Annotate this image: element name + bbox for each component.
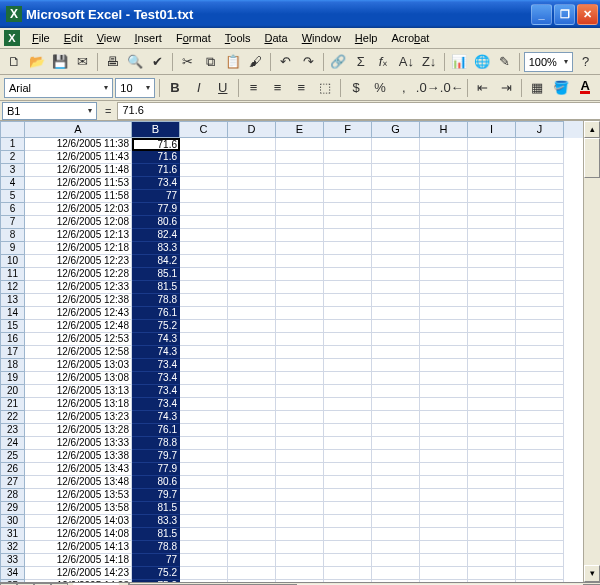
- cell[interactable]: [324, 567, 372, 580]
- cell[interactable]: [276, 151, 324, 164]
- cell[interactable]: [516, 320, 564, 333]
- cell[interactable]: [324, 307, 372, 320]
- cell[interactable]: 80.6: [132, 216, 180, 229]
- cell[interactable]: [324, 242, 372, 255]
- cell[interactable]: [276, 164, 324, 177]
- row-header[interactable]: 17: [0, 346, 25, 359]
- scroll-down-button[interactable]: ▾: [584, 565, 600, 582]
- cell[interactable]: [372, 437, 420, 450]
- cell[interactable]: 12/6/2005 13:28: [25, 424, 132, 437]
- cell[interactable]: [180, 450, 228, 463]
- cell[interactable]: [276, 554, 324, 567]
- cell[interactable]: [228, 476, 276, 489]
- cell[interactable]: 12/6/2005 13:48: [25, 476, 132, 489]
- copy-button[interactable]: ⧉: [200, 51, 221, 73]
- scroll-thumb[interactable]: [584, 138, 600, 178]
- cell[interactable]: 75.2: [132, 567, 180, 580]
- menu-help[interactable]: Help: [349, 30, 384, 46]
- cell[interactable]: [324, 554, 372, 567]
- cell[interactable]: [468, 476, 516, 489]
- cell[interactable]: [372, 190, 420, 203]
- cell[interactable]: 73.4: [132, 385, 180, 398]
- row-header[interactable]: 4: [0, 177, 25, 190]
- row-header[interactable]: 6: [0, 203, 25, 216]
- vertical-scrollbar[interactable]: ▴ ▾: [583, 121, 600, 582]
- cell[interactable]: [276, 177, 324, 190]
- cell[interactable]: [180, 216, 228, 229]
- cell[interactable]: [468, 424, 516, 437]
- cell[interactable]: [516, 242, 564, 255]
- cell[interactable]: [420, 190, 468, 203]
- cell[interactable]: [228, 450, 276, 463]
- workbook-icon[interactable]: X: [4, 30, 20, 46]
- cell[interactable]: 12/6/2005 12:13: [25, 229, 132, 242]
- cell[interactable]: [372, 294, 420, 307]
- cell[interactable]: [276, 333, 324, 346]
- bold-button[interactable]: B: [164, 77, 186, 99]
- cell[interactable]: [228, 294, 276, 307]
- cell[interactable]: [372, 281, 420, 294]
- cell[interactable]: [324, 216, 372, 229]
- cell[interactable]: [324, 320, 372, 333]
- cell[interactable]: [276, 190, 324, 203]
- row-header[interactable]: 3: [0, 164, 25, 177]
- cell[interactable]: [276, 398, 324, 411]
- row-header[interactable]: 9: [0, 242, 25, 255]
- cell[interactable]: [228, 398, 276, 411]
- cell[interactable]: [420, 385, 468, 398]
- cell[interactable]: [324, 177, 372, 190]
- cell[interactable]: [468, 190, 516, 203]
- cell[interactable]: [180, 333, 228, 346]
- cell[interactable]: [372, 372, 420, 385]
- cell[interactable]: [228, 346, 276, 359]
- redo-button[interactable]: ↷: [298, 51, 319, 73]
- cell[interactable]: [420, 177, 468, 190]
- cell[interactable]: [468, 489, 516, 502]
- cell[interactable]: [324, 190, 372, 203]
- row-header[interactable]: 15: [0, 320, 25, 333]
- row-header[interactable]: 22: [0, 411, 25, 424]
- cell[interactable]: 12/6/2005 12:18: [25, 242, 132, 255]
- cell[interactable]: 12/6/2005 12:43: [25, 307, 132, 320]
- cell[interactable]: [180, 411, 228, 424]
- cell[interactable]: [324, 229, 372, 242]
- cell[interactable]: [420, 580, 468, 582]
- cell[interactable]: [276, 242, 324, 255]
- cell[interactable]: [516, 333, 564, 346]
- cell[interactable]: [420, 320, 468, 333]
- cell[interactable]: [276, 229, 324, 242]
- cell[interactable]: 77.9: [132, 463, 180, 476]
- cell[interactable]: [420, 489, 468, 502]
- cell[interactable]: [516, 450, 564, 463]
- cell[interactable]: [180, 164, 228, 177]
- cell[interactable]: [372, 515, 420, 528]
- cell[interactable]: 81.5: [132, 502, 180, 515]
- cell[interactable]: [228, 580, 276, 582]
- drawing-button[interactable]: ✎: [494, 51, 515, 73]
- cell[interactable]: [180, 463, 228, 476]
- cell[interactable]: [276, 372, 324, 385]
- cell[interactable]: 12/6/2005 11:48: [25, 164, 132, 177]
- cell[interactable]: 79.7: [132, 450, 180, 463]
- spellcheck-button[interactable]: ✔: [148, 51, 169, 73]
- cell[interactable]: [372, 229, 420, 242]
- cell[interactable]: [516, 489, 564, 502]
- column-header-f[interactable]: F: [324, 121, 372, 138]
- paste-button[interactable]: 📋: [223, 51, 244, 73]
- cell[interactable]: 12/6/2005 12:08: [25, 216, 132, 229]
- cell[interactable]: 12/6/2005 12:38: [25, 294, 132, 307]
- map-button[interactable]: 🌐: [471, 51, 492, 73]
- row-header[interactable]: 35: [0, 580, 25, 582]
- cell[interactable]: [516, 437, 564, 450]
- cell[interactable]: [180, 437, 228, 450]
- cell[interactable]: 12/6/2005 13:08: [25, 372, 132, 385]
- cell[interactable]: [420, 515, 468, 528]
- cell[interactable]: [372, 411, 420, 424]
- cell[interactable]: [324, 346, 372, 359]
- cell[interactable]: 77: [132, 190, 180, 203]
- cell[interactable]: [180, 177, 228, 190]
- cell[interactable]: [420, 528, 468, 541]
- row-header[interactable]: 20: [0, 385, 25, 398]
- cell[interactable]: [468, 463, 516, 476]
- cell[interactable]: [468, 515, 516, 528]
